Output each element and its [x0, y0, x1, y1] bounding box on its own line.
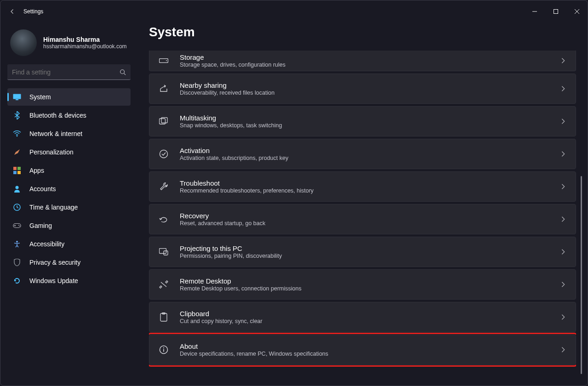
- setting-item-sub: Recommended troubleshooters, preferences…: [180, 187, 560, 194]
- remote-icon: [159, 279, 169, 290]
- nav-item-label: Accessibility: [29, 240, 64, 248]
- clock-icon: [13, 203, 21, 211]
- profile-email: hssharmahimanshu@outlook.com: [43, 43, 127, 50]
- brush-icon: [13, 148, 21, 156]
- nav-item-label: Personalization: [29, 148, 74, 156]
- avatar: [10, 29, 37, 56]
- setting-item-sub: Permissions, pairing PIN, discoverabilit…: [180, 253, 560, 259]
- chevron-right-icon: [560, 346, 566, 353]
- svg-point-16: [18, 225, 19, 226]
- minimize-button[interactable]: [524, 4, 545, 19]
- nav-list: SystemBluetooth & devicesNetwork & inter…: [7, 88, 131, 290]
- chevron-right-icon: [560, 118, 566, 125]
- setting-item-troubleshoot[interactable]: Troubleshoot Recommended troubleshooters…: [149, 171, 576, 202]
- nav-item-system[interactable]: System: [7, 88, 131, 106]
- svg-point-4: [120, 69, 125, 74]
- svg-rect-21: [160, 119, 166, 124]
- nav-item-label: Apps: [29, 167, 44, 174]
- back-arrow-icon: [10, 9, 15, 14]
- setting-item-projecting-to-this-pc[interactable]: Projecting to this PC Permissions, pairi…: [149, 237, 576, 267]
- setting-item-title: Nearby sharing: [180, 81, 560, 89]
- setting-item-sub: Cut and copy history, sync, clear: [180, 318, 560, 324]
- nav-item-label: Network & internet: [29, 130, 82, 137]
- setting-item-body: Recovery Reset, advanced startup, go bac…: [180, 212, 560, 227]
- svg-rect-1: [554, 10, 558, 14]
- setting-item-recovery[interactable]: Recovery Reset, advanced startup, go bac…: [149, 204, 576, 234]
- check-circle-icon: [159, 149, 169, 159]
- svg-point-23: [160, 150, 168, 158]
- svg-point-17: [19, 226, 20, 227]
- nav-item-gaming[interactable]: Gaming: [7, 217, 131, 234]
- nav-item-label: Privacy & security: [29, 259, 80, 266]
- setting-item-about[interactable]: About Device specifications, rename PC, …: [149, 335, 576, 365]
- scrollbar-thumb[interactable]: [581, 176, 582, 374]
- search-icon: [120, 69, 126, 75]
- shield-icon: [13, 258, 21, 267]
- chevron-right-icon: [560, 249, 566, 255]
- multitask-icon: [159, 116, 169, 126]
- back-button[interactable]: [10, 9, 15, 14]
- svg-point-13: [16, 186, 19, 189]
- nav-item-windows-update[interactable]: Windows Update: [7, 272, 131, 290]
- close-button[interactable]: [566, 4, 588, 19]
- nav-item-personalization[interactable]: Personalization: [7, 143, 131, 161]
- setting-item-sub: Discoverability, received files location: [180, 90, 560, 96]
- nav-item-label: System: [29, 93, 51, 101]
- setting-item-sub: Storage space, drives, configuration rul…: [180, 62, 560, 68]
- setting-item-sub: Snap windows, desktops, task switching: [180, 122, 560, 129]
- chevron-right-icon: [560, 57, 566, 64]
- setting-item-body: Multitasking Snap windows, desktops, tas…: [180, 114, 560, 129]
- nav-item-accessibility[interactable]: Accessibility: [7, 235, 131, 253]
- setting-item-body: Nearby sharing Discoverability, received…: [180, 81, 560, 96]
- nav-item-network-internet[interactable]: Network & internet: [7, 125, 131, 142]
- window-controls: [524, 4, 588, 19]
- setting-item-title: Projecting to this PC: [180, 244, 560, 252]
- chevron-right-icon: [560, 216, 566, 222]
- bluetooth-icon: [13, 111, 21, 119]
- svg-rect-12: [17, 171, 21, 174]
- display-icon: [13, 93, 21, 101]
- setting-item-remote-desktop[interactable]: Remote Desktop Remote Desktop users, con…: [149, 269, 576, 300]
- setting-item-clipboard[interactable]: Clipboard Cut and copy history, sync, cl…: [149, 302, 576, 332]
- svg-rect-11: [13, 171, 17, 174]
- minimize-icon: [532, 9, 537, 14]
- nav-item-label: Accounts: [29, 185, 56, 193]
- svg-rect-22: [161, 118, 167, 123]
- setting-item-nearby-sharing[interactable]: Nearby sharing Discoverability, received…: [149, 74, 576, 104]
- maximize-button[interactable]: [545, 4, 566, 19]
- chevron-right-icon: [560, 183, 566, 190]
- nav-item-apps[interactable]: Apps: [7, 162, 131, 179]
- setting-item-title: Troubleshoot: [180, 179, 560, 187]
- svg-rect-10: [17, 167, 21, 170]
- window-title: Settings: [23, 8, 43, 15]
- nav-item-privacy-security[interactable]: Privacy & security: [7, 254, 131, 271]
- nav-item-label: Windows Update: [29, 277, 78, 284]
- svg-point-18: [16, 241, 18, 243]
- chevron-right-icon: [560, 314, 566, 320]
- chevron-right-icon: [560, 281, 566, 288]
- maximize-icon: [554, 9, 558, 14]
- setting-item-activation[interactable]: Activation Activation state, subscriptio…: [149, 139, 576, 169]
- settings-list: Storage Storage space, drives, configura…: [149, 51, 576, 383]
- setting-item-storage[interactable]: Storage Storage space, drives, configura…: [149, 51, 576, 71]
- nav-item-label: Time & language: [29, 204, 78, 211]
- search-input[interactable]: [12, 68, 120, 76]
- apps-icon: [13, 166, 21, 175]
- setting-item-sub: Device specifications, rename PC, Window…: [180, 351, 560, 357]
- share-icon: [159, 84, 169, 94]
- setting-item-multitasking[interactable]: Multitasking Snap windows, desktops, tas…: [149, 106, 576, 136]
- nav-item-bluetooth-devices[interactable]: Bluetooth & devices: [7, 107, 131, 124]
- svg-rect-30: [163, 349, 164, 352]
- setting-item-title: Remote Desktop: [180, 277, 560, 285]
- nav-item-time-language[interactable]: Time & language: [7, 199, 131, 216]
- nav-item-label: Bluetooth & devices: [29, 112, 86, 119]
- nav-item-accounts[interactable]: Accounts: [7, 180, 131, 198]
- search-box[interactable]: [7, 64, 131, 80]
- svg-rect-7: [16, 99, 18, 100]
- profile-name: Himanshu Sharma: [43, 36, 127, 43]
- scrollbar[interactable]: [581, 51, 582, 380]
- svg-line-5: [124, 73, 126, 75]
- titlebar: Settings: [0, 0, 588, 23]
- chevron-right-icon: [560, 151, 566, 157]
- profile-block[interactable]: Himanshu Sharma hssharmahimanshu@outlook…: [10, 29, 131, 56]
